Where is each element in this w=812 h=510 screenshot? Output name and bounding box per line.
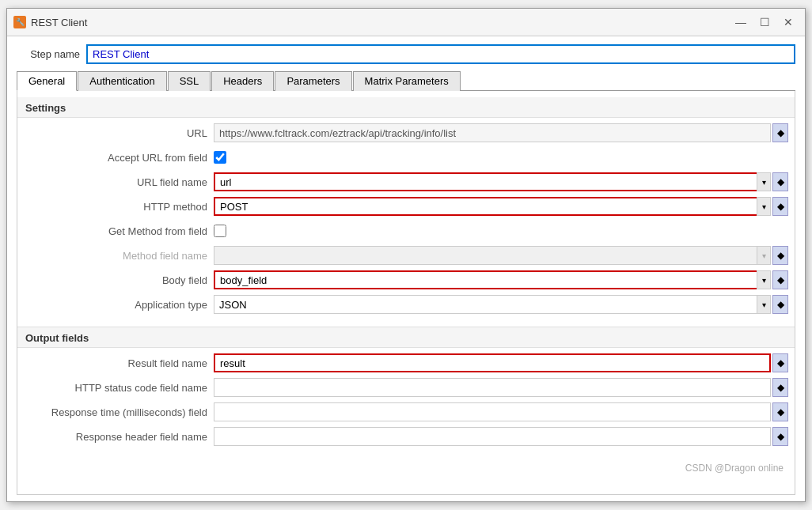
output-fields-form: Result field name ◆ HTTP status code fie… xyxy=(17,348,795,455)
response-time-label: Response time (milliseconds) field xyxy=(24,406,214,418)
http-method-container: ▾ ◆ xyxy=(214,197,788,216)
http-status-row: HTTP status code field name ◆ xyxy=(24,377,788,398)
http-method-diamond-btn[interactable]: ◆ xyxy=(772,197,788,216)
content-area: Step name General Authentication SSL Hea… xyxy=(7,36,805,501)
result-field-name-row: Result field name ◆ xyxy=(24,353,788,373)
accept-url-row: Accept URL from field xyxy=(24,147,788,168)
body-field-container: ▾ ◆ xyxy=(214,270,788,289)
window-title: REST Client xyxy=(31,17,87,28)
tab-ssl[interactable]: SSL xyxy=(168,71,211,91)
title-bar: 🔧 REST Client — ☐ ✕ xyxy=(7,9,805,36)
url-field-name-label: URL field name xyxy=(24,176,214,188)
method-field-name-diamond-btn[interactable]: ◆ xyxy=(772,246,788,265)
url-field-name-diamond-btn[interactable]: ◆ xyxy=(772,172,788,191)
title-bar-left: 🔧 REST Client xyxy=(13,16,87,28)
get-method-checkbox[interactable] xyxy=(214,225,226,237)
body-field-row: Body field ▾ ◆ xyxy=(24,270,788,290)
http-method-label: HTTP method xyxy=(24,201,214,213)
accept-url-checkbox-container xyxy=(214,151,226,164)
response-header-input[interactable] xyxy=(214,427,771,446)
settings-section-header: Settings xyxy=(17,97,795,118)
tab-parameters[interactable]: Parameters xyxy=(275,71,351,91)
url-row: URL ◆ xyxy=(24,123,788,143)
response-header-row: Response header field name ◆ xyxy=(24,426,788,447)
application-type-container: ▾ ◆ xyxy=(214,295,788,314)
application-type-diamond-btn[interactable]: ◆ xyxy=(772,295,788,314)
app-icon: 🔧 xyxy=(13,16,26,28)
http-status-label: HTTP status code field name xyxy=(24,382,214,394)
close-button[interactable]: ✕ xyxy=(778,13,799,31)
body-field-input-group: ▾ xyxy=(214,270,771,289)
application-type-row: Application type ▾ ◆ xyxy=(24,294,788,315)
response-time-diamond-btn[interactable]: ◆ xyxy=(772,402,788,421)
step-name-input[interactable] xyxy=(86,44,795,64)
method-field-name-input-group: ▾ xyxy=(214,246,771,265)
response-time-input[interactable] xyxy=(214,402,771,421)
body-field-input[interactable] xyxy=(214,270,757,289)
tab-general[interactable]: General xyxy=(17,71,77,91)
http-method-row: HTTP method ▾ ◆ xyxy=(24,196,788,217)
step-name-row: Step name xyxy=(17,44,795,64)
get-method-label: Get Method from field xyxy=(24,225,214,237)
result-field-name-diamond-btn[interactable]: ◆ xyxy=(772,353,788,372)
maximize-button[interactable]: ☐ xyxy=(754,13,775,31)
method-field-name-container: ▾ ◆ xyxy=(214,246,788,265)
method-field-name-label: Method field name xyxy=(24,250,214,262)
response-time-container: ◆ xyxy=(214,402,788,421)
tab-matrix-parameters[interactable]: Matrix Parameters xyxy=(353,71,461,91)
minimize-button[interactable]: — xyxy=(730,13,751,31)
accept-url-checkbox[interactable] xyxy=(214,151,226,164)
url-field-name-input-group: ▾ xyxy=(214,172,771,191)
url-field-name-row: URL field name ▾ ◆ xyxy=(24,172,788,192)
method-field-name-input[interactable] xyxy=(214,246,757,265)
main-window: 🔧 REST Client — ☐ ✕ Step name General Au… xyxy=(6,8,806,502)
application-type-input[interactable] xyxy=(214,295,757,314)
body-field-diamond-btn[interactable]: ◆ xyxy=(772,270,788,289)
http-status-container: ◆ xyxy=(214,378,788,397)
http-method-dropdown-btn[interactable]: ▾ xyxy=(757,197,771,216)
get-method-checkbox-container xyxy=(214,225,226,237)
application-type-dropdown-btn[interactable]: ▾ xyxy=(757,295,771,314)
output-fields-section-header: Output fields xyxy=(17,327,795,348)
response-header-label: Response header field name xyxy=(24,431,214,443)
application-type-label: Application type xyxy=(24,299,214,311)
body-field-label: Body field xyxy=(24,274,214,286)
get-method-row: Get Method from field xyxy=(24,221,788,241)
tab-content-general: Settings URL ◆ Accept URL from field xyxy=(17,91,795,495)
result-field-name-label: Result field name xyxy=(24,357,214,369)
application-type-input-group: ▾ xyxy=(214,295,771,314)
window-controls: — ☐ ✕ xyxy=(730,13,799,31)
http-status-input[interactable] xyxy=(214,378,771,397)
tab-authentication[interactable]: Authentication xyxy=(78,71,166,91)
url-input[interactable] xyxy=(214,123,771,142)
accept-url-label: Accept URL from field xyxy=(24,152,214,164)
response-header-diamond-btn[interactable]: ◆ xyxy=(772,427,788,446)
tabs-row: General Authentication SSL Headers Param… xyxy=(17,70,795,91)
url-field-name-container: ▾ ◆ xyxy=(214,172,788,191)
body-field-dropdown-btn[interactable]: ▾ xyxy=(757,270,771,289)
step-name-label: Step name xyxy=(17,48,80,60)
response-header-container: ◆ xyxy=(214,427,788,446)
url-field-name-input[interactable] xyxy=(214,172,757,191)
http-status-diamond-btn[interactable]: ◆ xyxy=(772,378,788,397)
url-diamond-btn[interactable]: ◆ xyxy=(772,123,788,142)
url-field-container: ◆ xyxy=(214,123,788,142)
response-time-row: Response time (milliseconds) field ◆ xyxy=(24,402,788,422)
http-method-input-group: ▾ xyxy=(214,197,771,216)
result-field-name-input[interactable] xyxy=(214,353,771,372)
method-field-name-dropdown-btn[interactable]: ▾ xyxy=(757,246,771,265)
method-field-name-row: Method field name ▾ ◆ xyxy=(24,245,788,266)
tab-headers[interactable]: Headers xyxy=(211,71,274,91)
settings-form: URL ◆ Accept URL from field URL field na… xyxy=(17,118,795,323)
result-field-name-container: ◆ xyxy=(214,353,788,372)
url-field-name-dropdown-btn[interactable]: ▾ xyxy=(757,172,771,191)
url-label: URL xyxy=(24,127,214,139)
http-method-input[interactable] xyxy=(214,197,757,216)
watermark-text: CSDN @Dragon online xyxy=(685,463,784,474)
